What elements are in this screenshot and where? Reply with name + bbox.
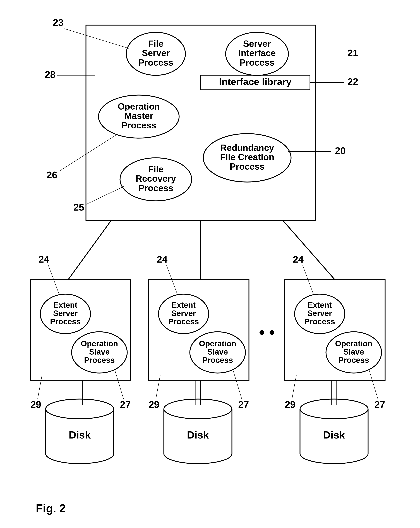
ref-21: 21 <box>347 48 358 58</box>
ref-27-a: 27 <box>120 399 131 410</box>
disk-label: Disk <box>187 429 209 441</box>
link-master-slave-3 <box>283 221 335 280</box>
ref-22: 22 <box>347 76 358 87</box>
ref-29-a: 29 <box>30 399 41 410</box>
operation-slave-process-label: OperationSlaveProcess <box>81 339 118 364</box>
file-recovery-process-label: FileRecoveryProcess <box>136 164 176 193</box>
disk-label: Disk <box>69 429 91 441</box>
leader-29-a <box>38 375 42 399</box>
ref-20: 20 <box>335 145 346 156</box>
interface-library-label: Interface library <box>219 76 291 87</box>
link-master-slave-1 <box>68 221 111 280</box>
operation-master-process-label: OperationMasterProcess <box>118 102 160 130</box>
extent-server-process-label: ExtentServerProcess <box>168 300 199 326</box>
slave-node-2: ExtentServerProcess OperationSlaveProces… <box>149 280 249 464</box>
server-interface-process-label: ServerInterfaceProcess <box>238 39 276 68</box>
operation-slave-process-label: OperationSlaveProcess <box>335 339 372 364</box>
ref-27-b: 27 <box>238 399 249 410</box>
operation-slave-process-label: OperationSlaveProcess <box>199 339 236 364</box>
ref-29-b: 29 <box>149 399 159 410</box>
extent-server-process-label: ExtentServerProcess <box>50 300 80 326</box>
ref-27-c: 27 <box>374 399 385 410</box>
leader-29-c <box>292 375 296 399</box>
disk-label: Disk <box>323 429 345 441</box>
ref-25: 25 <box>73 202 84 213</box>
master-box <box>86 25 315 221</box>
extent-server-process-label: ExtentServerProcess <box>304 300 335 326</box>
figure-label: Fig. 2 <box>36 502 66 515</box>
ref-24-a: 24 <box>38 254 49 264</box>
ellipsis: • • <box>259 323 275 341</box>
ref-23: 23 <box>53 17 64 28</box>
svg-point-12 <box>300 399 368 419</box>
diagram-root: FileServerProcess ServerInterfaceProcess… <box>0 0 420 528</box>
ref-24-c: 24 <box>293 254 304 264</box>
leader-23 <box>65 29 129 48</box>
redundancy-file-creation-process-label: RedundancyFile CreationProcess <box>220 143 274 172</box>
leader-29-b <box>156 375 160 399</box>
slave-node-1: ExtentServerProcess OperationSlaveProces… <box>30 280 131 464</box>
leader-25 <box>86 187 124 204</box>
ref-26: 26 <box>46 169 57 180</box>
ref-29-c: 29 <box>285 399 295 410</box>
svg-point-2 <box>46 399 114 419</box>
svg-point-7 <box>164 399 232 419</box>
leader-27-b <box>233 370 242 399</box>
ref-24-b: 24 <box>157 254 168 264</box>
ref-28: 28 <box>45 69 56 80</box>
slave-node-3: ExtentServerProcess OperationSlaveProces… <box>285 280 385 464</box>
leader-26 <box>59 134 118 171</box>
leader-27-a <box>115 370 124 399</box>
leader-27-c <box>369 370 378 399</box>
file-server-process-label: FileServerProcess <box>138 39 173 68</box>
